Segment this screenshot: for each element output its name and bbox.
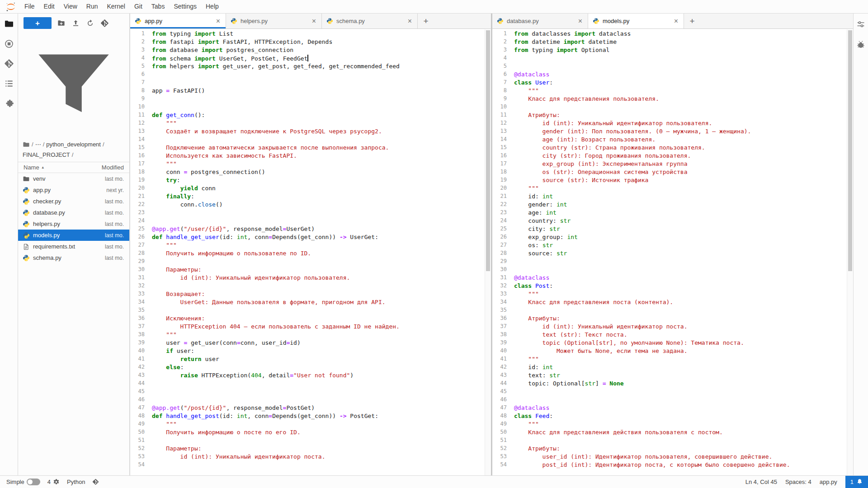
file-browser-icon[interactable] xyxy=(4,19,14,29)
code-line[interactable]: id (int): Уникальный идентификатор поста… xyxy=(514,323,853,331)
upload-icon[interactable] xyxy=(71,19,80,28)
breadcrumb-segment[interactable]: python_development xyxy=(46,140,101,149)
code-line[interactable]: """ xyxy=(514,356,853,364)
simple-mode-toggle[interactable] xyxy=(27,479,40,485)
menu-item-edit[interactable]: Edit xyxy=(39,0,59,13)
file-row[interactable]: venvlast mo. xyxy=(18,173,129,184)
code-line[interactable]: age (int): Возраст пользователя. xyxy=(514,136,853,144)
code-line[interactable]: app = FastAPI() xyxy=(152,87,491,95)
file-row[interactable]: app.pynext yr. xyxy=(18,184,129,196)
code-line[interactable]: source: str xyxy=(514,250,853,258)
code-line[interactable]: Параметры: xyxy=(152,266,491,274)
code-line[interactable]: user_id (int): Идентификатор пользовател… xyxy=(514,453,853,461)
code-line[interactable]: country: str xyxy=(514,217,853,225)
code-line[interactable] xyxy=(152,380,491,388)
refresh-icon[interactable] xyxy=(86,19,94,28)
tab-helpers.py[interactable]: helpers.py× xyxy=(226,14,322,28)
code-line[interactable] xyxy=(152,79,491,87)
code-line[interactable]: Параметры: xyxy=(152,445,491,453)
close-icon[interactable]: × xyxy=(576,18,584,25)
code-line[interactable]: raise HTTPException(404, detail="User no… xyxy=(152,372,491,380)
code-line[interactable]: topic (Optional[str], по умолчанию None)… xyxy=(514,339,853,347)
code-line[interactable]: """ xyxy=(514,291,853,299)
menu-item-view[interactable]: View xyxy=(59,0,82,13)
code-line[interactable]: text (str): Текст поста. xyxy=(514,331,853,339)
code-line[interactable]: from datetime import datetime xyxy=(514,38,853,47)
close-icon[interactable]: × xyxy=(406,18,414,25)
code-line[interactable]: id (int): Уникальный идентификатор поста… xyxy=(152,453,491,461)
code-line[interactable]: Атрибуты: xyxy=(514,315,853,323)
code-line[interactable]: @app.get("/post/{id}", response_model=Po… xyxy=(152,404,491,413)
code-line[interactable]: gender: int xyxy=(514,201,853,209)
file-row[interactable]: helpers.pylast mo. xyxy=(18,218,129,230)
code-line[interactable] xyxy=(514,307,853,315)
code-line[interactable]: id (int): Уникальный идентификатор польз… xyxy=(152,274,491,282)
column-header-name[interactable]: Name▲ xyxy=(24,164,45,171)
code-line[interactable]: post_id (int): Идентификатор поста, с ко… xyxy=(514,461,853,469)
tab-app.py[interactable]: app.py× xyxy=(130,14,226,28)
git-icon[interactable] xyxy=(92,479,99,485)
code-line[interactable] xyxy=(514,437,853,445)
code-line[interactable]: Класс для представления поста (контента)… xyxy=(514,299,853,307)
code-line[interactable]: from typing import List xyxy=(152,30,491,38)
code-line[interactable]: conn.close() xyxy=(152,201,491,209)
notifications-button[interactable]: 1 xyxy=(845,476,868,488)
scrollbar-thumb[interactable] xyxy=(486,30,490,271)
code-line[interactable] xyxy=(152,258,491,266)
code-line[interactable]: return user xyxy=(152,356,491,364)
file-row[interactable]: database.pylast mo. xyxy=(18,207,129,218)
code-line[interactable]: topic: Optional[str] = None xyxy=(514,380,853,388)
code-line[interactable]: Может быть None, если тема не задана. xyxy=(514,347,853,356)
code-line[interactable] xyxy=(514,388,853,396)
code-line[interactable]: def handle_get_user(id: int, conn=Depend… xyxy=(152,234,491,242)
code-line[interactable]: os: str xyxy=(514,242,853,250)
code-line[interactable]: id: int xyxy=(514,364,853,372)
code-line[interactable]: Возвращает: xyxy=(152,291,491,299)
code-line[interactable]: class User: xyxy=(514,79,853,87)
code-line[interactable]: from dataclasses import dataclass xyxy=(514,30,853,38)
new-tab-button[interactable]: + xyxy=(418,14,434,28)
file-row[interactable]: checker.pylast mo. xyxy=(18,196,129,207)
tab-models.py[interactable]: models.py× xyxy=(588,14,684,28)
code-line[interactable]: city: str xyxy=(514,225,853,234)
code-line[interactable]: class Post: xyxy=(514,282,853,291)
code-line[interactable] xyxy=(152,71,491,79)
code-line[interactable] xyxy=(514,396,853,404)
code-line[interactable]: Атрибуты: xyxy=(514,112,853,120)
code-line[interactable]: """ xyxy=(152,242,491,250)
close-icon[interactable]: × xyxy=(310,18,318,25)
cursor-position[interactable]: Ln 4, Col 45 xyxy=(745,479,777,485)
code-line[interactable] xyxy=(152,461,491,469)
code-line[interactable] xyxy=(514,103,853,112)
code-line[interactable]: Создаёт и возвращает подключение к Postg… xyxy=(152,128,491,136)
code-line[interactable]: from schema import UserGet, PostGet, Fee… xyxy=(152,55,491,63)
menu-item-run[interactable]: Run xyxy=(82,0,103,13)
tab-database.py[interactable]: database.py× xyxy=(492,14,588,28)
file-row[interactable]: models.pylast mo. xyxy=(18,230,129,241)
code-line[interactable]: @dataclass xyxy=(514,404,853,413)
code-line[interactable]: user = get_user(conn=conn, user_id=id) xyxy=(152,339,491,347)
code-line[interactable] xyxy=(152,437,491,445)
code-line[interactable] xyxy=(514,55,853,63)
breadcrumb-segment[interactable]: FINAL_PROJECT xyxy=(23,150,70,159)
new-tab-button[interactable]: + xyxy=(684,14,700,28)
code-line[interactable] xyxy=(514,63,853,71)
code-line[interactable]: Получить информацию о пользователе по ID… xyxy=(152,250,491,258)
code-line[interactable] xyxy=(152,217,491,225)
git-icon[interactable] xyxy=(4,59,14,69)
file-row[interactable]: requirements.txtlast mo. xyxy=(18,241,129,252)
code-line[interactable]: UserGet: Данные пользователя в формате, … xyxy=(152,299,491,307)
code-line[interactable] xyxy=(152,209,491,217)
menu-item-settings[interactable]: Settings xyxy=(169,0,201,13)
menu-item-tabs[interactable]: Tabs xyxy=(147,0,170,13)
code-line[interactable]: age: int xyxy=(514,209,853,217)
code-line[interactable] xyxy=(152,136,491,144)
code-line[interactable]: if user: xyxy=(152,347,491,356)
vertical-scrollbar[interactable] xyxy=(485,29,491,475)
code-line[interactable]: Получить информацию о посте по его ID. xyxy=(152,429,491,437)
indent-indicator[interactable]: Spaces: 4 xyxy=(785,479,811,485)
code-line[interactable]: """ xyxy=(514,421,853,429)
running-kernels-icon[interactable] xyxy=(4,39,14,49)
kernel-language[interactable]: Python xyxy=(67,479,85,485)
menu-item-help[interactable]: Help xyxy=(201,0,223,13)
